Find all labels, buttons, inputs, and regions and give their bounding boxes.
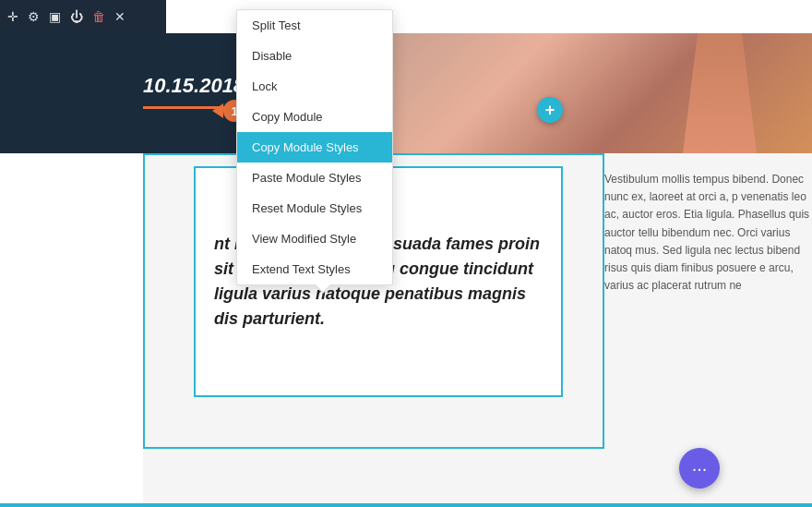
menu-caret	[316, 284, 330, 292]
add-module-button[interactable]: +	[537, 97, 563, 123]
context-menu: Split Test Disable Lock Copy Module Copy…	[236, 9, 393, 285]
trash-icon[interactable]: 🗑	[92, 9, 105, 24]
menu-item-lock[interactable]: Lock	[237, 71, 392, 102]
top-toolbar: ✛ ⚙ ▣ ⏻ 🗑 ✕	[0, 0, 166, 33]
menu-item-copy-module[interactable]: Copy Module	[237, 102, 392, 132]
right-text-content: Vestibulum mollis tempus bibend. Donec n…	[604, 171, 812, 411]
badge-arrow	[212, 103, 223, 118]
close-icon[interactable]: ✕	[114, 9, 125, 24]
power-icon[interactable]: ⏻	[70, 9, 83, 24]
left-panel	[0, 153, 143, 507]
date-label: 10.15.2018	[143, 74, 245, 98]
menu-item-disable[interactable]: Disable	[237, 41, 392, 71]
top-image-area	[388, 33, 812, 153]
duplicate-icon[interactable]: ▣	[49, 9, 61, 24]
move-icon[interactable]: ✛	[7, 9, 18, 24]
bottom-accent-bar	[0, 503, 812, 507]
menu-item-view-modified-style[interactable]: View Modified Style	[237, 223, 392, 254]
help-button[interactable]: ···	[679, 448, 720, 489]
menu-item-extend-text-styles[interactable]: Extend Text Styles	[237, 254, 392, 284]
menu-item-split-test[interactable]: Split Test	[237, 10, 392, 41]
menu-item-paste-module-styles[interactable]: Paste Module Styles	[237, 163, 392, 193]
settings-icon[interactable]: ⚙	[28, 9, 40, 24]
menu-item-reset-module-styles[interactable]: Reset Module Styles	[237, 193, 392, 223]
menu-item-copy-module-styles[interactable]: Copy Module Styles	[237, 132, 392, 163]
